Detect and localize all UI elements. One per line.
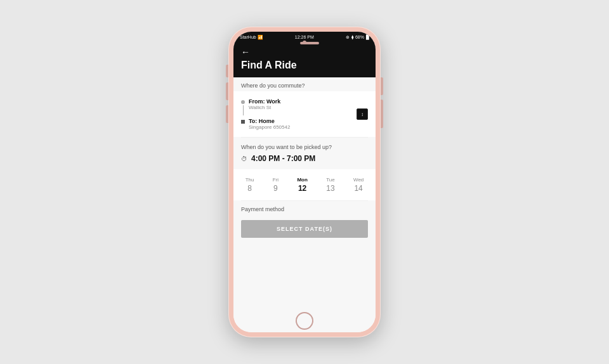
side-button-mute	[226, 65, 228, 77]
route-connector-line	[243, 105, 244, 115]
day-tue-name: Tue	[326, 177, 335, 183]
day-mon[interactable]: Mon 12	[293, 174, 311, 195]
battery-label: 68%	[355, 35, 364, 39]
app-content: Where do you commute? From: Work Wallich…	[233, 77, 376, 332]
back-button[interactable]: ←	[241, 47, 368, 57]
swap-button[interactable]: ↕	[357, 108, 368, 120]
day-wed-name: Wed	[353, 177, 363, 183]
route-to[interactable]: To: Home Singapore 650542	[241, 116, 368, 132]
day-wed-num: 14	[354, 184, 362, 193]
day-fri-num: 9	[273, 184, 278, 193]
time-row: ⏱ 4:00 PM - 7:00 PM	[241, 152, 368, 166]
day-fri[interactable]: Fri 9	[269, 174, 282, 195]
time-range-text: 4:00 PM - 7:00 PM	[251, 154, 315, 163]
time-section: When do you want to be picked up? ⏱ 4:00…	[233, 138, 376, 169]
home-button[interactable]	[296, 312, 313, 330]
speaker-icon	[300, 42, 319, 44]
route-card: From: Work Wallich St To: Home Singapore…	[233, 91, 376, 137]
pickup-label: When do you want to be picked up?	[241, 141, 368, 152]
day-mon-name: Mon	[297, 177, 307, 183]
side-button-power	[381, 77, 383, 95]
day-thu[interactable]: Thu 8	[242, 174, 258, 195]
location-icon: ⊕	[346, 35, 350, 40]
route-from-sub: Wallich St	[249, 105, 280, 110]
route-to-sub: Singapore 650542	[249, 124, 290, 130]
app-header: ← Find A Ride	[233, 42, 376, 77]
status-time: 12:26 PM	[295, 35, 314, 39]
phone-mockup: StarHub 📶 12:26 PM ⊕ ⧫ 68% ▉ ← Find A Ri…	[228, 27, 381, 337]
day-wed[interactable]: Wed 14	[350, 174, 367, 195]
route-to-square	[241, 120, 245, 124]
commute-label: Where do you commute?	[233, 77, 376, 91]
side-button-vol-up	[226, 82, 228, 100]
day-tue-num: 13	[326, 184, 334, 193]
route-from-dot	[241, 100, 245, 104]
select-btn-wrap: SELECT DATE(S)	[233, 215, 376, 244]
route-from[interactable]: From: Work Wallich St	[241, 96, 368, 112]
payment-section: Payment method	[233, 201, 376, 215]
page-title: Find A Ride	[241, 60, 368, 71]
day-fri-name: Fri	[273, 177, 278, 183]
payment-label: Payment method	[241, 206, 368, 212]
bluetooth-icon: ⧫	[351, 35, 353, 40]
phone-screen: StarHub 📶 12:26 PM ⊕ ⧫ 68% ▉ ← Find A Ri…	[233, 32, 376, 332]
status-left: StarHub 📶	[240, 35, 263, 40]
day-mon-num: 12	[298, 184, 306, 193]
day-tue[interactable]: Tue 13	[322, 174, 339, 195]
route-from-info: From: Work Wallich St	[249, 98, 280, 110]
side-button-volume	[381, 100, 383, 128]
clock-icon: ⏱	[241, 155, 247, 162]
battery-icon: ▉	[366, 35, 369, 40]
wifi-icon: 📶	[258, 35, 263, 40]
day-thu-name: Thu	[246, 177, 254, 183]
day-thu-num: 8	[247, 184, 252, 193]
carrier-label: StarHub	[240, 35, 256, 39]
route-to-info: To: Home Singapore 650542	[249, 118, 290, 130]
route-from-name: From: Work	[249, 98, 280, 105]
route-to-name: To: Home	[249, 118, 290, 124]
select-dates-button[interactable]: SELECT DATE(S)	[241, 220, 368, 238]
day-picker: Thu 8 Fri 9 Mon 12 Tue 13 Wed 14	[233, 169, 376, 200]
side-button-vol-down	[226, 105, 228, 123]
status-right: ⊕ ⧫ 68% ▉	[346, 35, 369, 40]
